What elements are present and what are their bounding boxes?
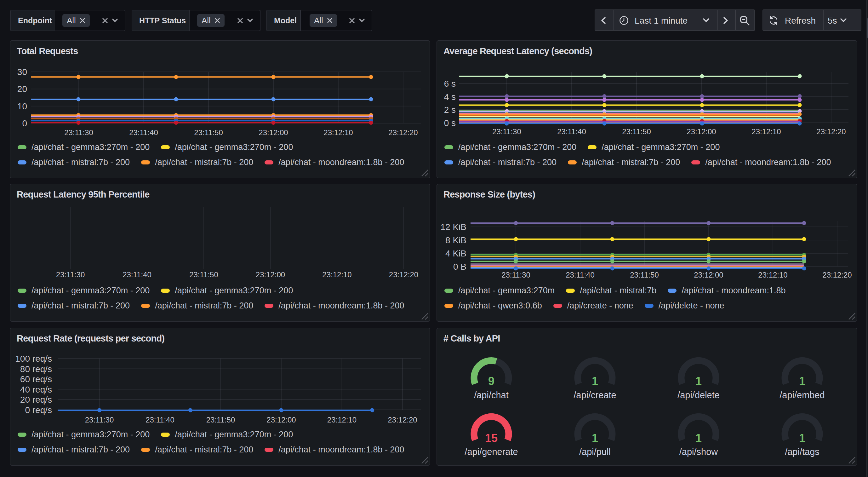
svg-text:23:11:40: 23:11:40 xyxy=(123,270,152,279)
svg-text:60 req/s: 60 req/s xyxy=(20,374,52,384)
svg-text:23:12:10: 23:12:10 xyxy=(758,271,787,279)
svg-text:23:12:20: 23:12:20 xyxy=(389,270,418,279)
svg-text:23:11:50: 23:11:50 xyxy=(189,270,218,279)
svg-text:20: 20 xyxy=(17,84,27,94)
svg-text:23:12:20: 23:12:20 xyxy=(388,128,417,137)
svg-text:1: 1 xyxy=(799,431,805,445)
svg-text:23:11:40: 23:11:40 xyxy=(146,416,175,424)
svg-text:20 req/s: 20 req/s xyxy=(20,395,52,405)
svg-text:100 req/s: 100 req/s xyxy=(15,354,52,364)
svg-text:23:12:00: 23:12:00 xyxy=(256,270,285,279)
svg-text:0 req/s: 0 req/s xyxy=(25,405,52,415)
svg-text:6 s: 6 s xyxy=(444,79,456,89)
svg-text:23:11:40: 23:11:40 xyxy=(129,128,158,137)
svg-text:23:12:10: 23:12:10 xyxy=(322,270,351,279)
svg-text:23:12:20: 23:12:20 xyxy=(816,127,846,136)
svg-text:23:12:20: 23:12:20 xyxy=(388,416,417,424)
svg-text:12 KiB: 12 KiB xyxy=(441,222,467,232)
svg-text:15: 15 xyxy=(485,431,498,445)
svg-text:30: 30 xyxy=(17,67,27,77)
svg-text:1: 1 xyxy=(592,431,598,445)
svg-text:1: 1 xyxy=(799,375,805,388)
svg-text:23:12:00: 23:12:00 xyxy=(694,271,723,279)
svg-text:/api/show: /api/show xyxy=(679,447,718,457)
svg-text:23:12:00: 23:12:00 xyxy=(258,128,288,137)
svg-text:/api/chat: /api/chat xyxy=(474,390,509,400)
svg-text:40 req/s: 40 req/s xyxy=(20,385,52,394)
svg-text:1: 1 xyxy=(592,375,598,388)
svg-text:23:11:30: 23:11:30 xyxy=(501,271,530,279)
svg-text:/api/pull: /api/pull xyxy=(579,447,611,457)
svg-text:9: 9 xyxy=(488,375,494,388)
svg-text:/api/generate: /api/generate xyxy=(465,447,518,457)
svg-text:/api/embed: /api/embed xyxy=(779,390,825,400)
svg-text:0: 0 xyxy=(22,118,27,128)
svg-text:0 B: 0 B xyxy=(453,262,466,272)
svg-text:80 req/s: 80 req/s xyxy=(20,364,52,374)
svg-text:23:11:40: 23:11:40 xyxy=(566,271,595,279)
svg-text:23:11:50: 23:11:50 xyxy=(630,271,659,279)
svg-text:23:11:50: 23:11:50 xyxy=(194,128,223,137)
svg-text:/api/create: /api/create xyxy=(574,390,616,400)
svg-text:23:12:20: 23:12:20 xyxy=(822,271,851,279)
svg-text:23:11:40: 23:11:40 xyxy=(557,127,586,136)
svg-text:/api/tags: /api/tags xyxy=(785,447,819,457)
svg-text:23:11:30: 23:11:30 xyxy=(85,416,114,424)
svg-text:0 s: 0 s xyxy=(444,118,456,128)
svg-text:1: 1 xyxy=(695,375,702,388)
svg-text:2 s: 2 s xyxy=(444,105,456,115)
svg-text:1: 1 xyxy=(695,431,702,445)
svg-text:23:12:10: 23:12:10 xyxy=(323,128,353,137)
svg-text:23:12:10: 23:12:10 xyxy=(751,127,781,136)
svg-text:23:12:10: 23:12:10 xyxy=(327,416,356,424)
svg-text:10: 10 xyxy=(17,101,27,111)
svg-text:23:11:30: 23:11:30 xyxy=(56,270,85,279)
svg-text:4 KiB: 4 KiB xyxy=(445,248,466,258)
svg-text:23:11:50: 23:11:50 xyxy=(622,127,651,136)
svg-text:8 KiB: 8 KiB xyxy=(445,235,466,245)
svg-text:23:12:00: 23:12:00 xyxy=(267,416,296,424)
svg-text:23:11:30: 23:11:30 xyxy=(492,127,521,136)
svg-text:/api/delete: /api/delete xyxy=(678,390,720,400)
svg-text:4 s: 4 s xyxy=(444,92,456,102)
svg-text:23:12:00: 23:12:00 xyxy=(687,127,716,136)
svg-text:23:11:30: 23:11:30 xyxy=(64,128,93,137)
svg-text:23:11:50: 23:11:50 xyxy=(206,416,235,424)
